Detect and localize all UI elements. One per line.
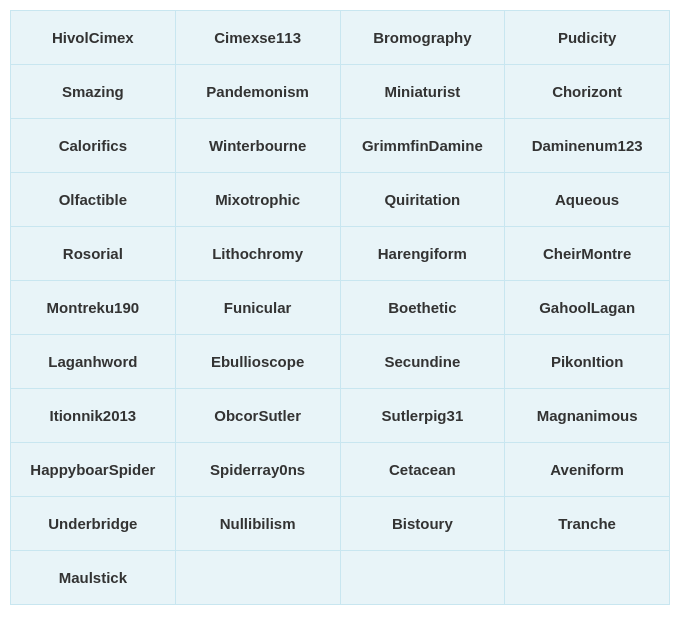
- grid-cell[interactable]: Itionnik2013: [11, 389, 176, 443]
- grid-cell[interactable]: HivolCimex: [11, 11, 176, 65]
- grid-cell[interactable]: CheirMontre: [505, 227, 670, 281]
- grid-cell[interactable]: Rosorial: [11, 227, 176, 281]
- grid-cell[interactable]: Aqueous: [505, 173, 670, 227]
- grid-cell[interactable]: Cimexse113: [176, 11, 341, 65]
- grid-cell[interactable]: Bistoury: [341, 497, 506, 551]
- grid-cell[interactable]: [176, 551, 341, 605]
- grid-cell[interactable]: Funicular: [176, 281, 341, 335]
- grid-cell[interactable]: GrimmfinDamine: [341, 119, 506, 173]
- grid-cell[interactable]: Calorifics: [11, 119, 176, 173]
- grid-cell[interactable]: HappyboarSpider: [11, 443, 176, 497]
- grid-cell[interactable]: Aveniform: [505, 443, 670, 497]
- grid-cell[interactable]: Daminenum123: [505, 119, 670, 173]
- grid-cell[interactable]: Laganhword: [11, 335, 176, 389]
- grid-cell[interactable]: Montreku190: [11, 281, 176, 335]
- grid-cell[interactable]: Underbridge: [11, 497, 176, 551]
- grid-cell[interactable]: Miniaturist: [341, 65, 506, 119]
- grid-cell[interactable]: Sutlerpig31: [341, 389, 506, 443]
- grid-cell[interactable]: Winterbourne: [176, 119, 341, 173]
- grid-cell[interactable]: Quiritation: [341, 173, 506, 227]
- grid-cell[interactable]: Magnanimous: [505, 389, 670, 443]
- grid-cell[interactable]: Maulstick: [11, 551, 176, 605]
- grid-cell[interactable]: GahoolLagan: [505, 281, 670, 335]
- grid-cell[interactable]: [505, 551, 670, 605]
- grid-cell[interactable]: Lithochromy: [176, 227, 341, 281]
- grid-cell[interactable]: Pudicity: [505, 11, 670, 65]
- grid-cell[interactable]: Ebullioscope: [176, 335, 341, 389]
- grid-cell[interactable]: ObcorSutler: [176, 389, 341, 443]
- grid-cell[interactable]: Olfactible: [11, 173, 176, 227]
- grid-cell[interactable]: Boethetic: [341, 281, 506, 335]
- grid-cell[interactable]: Bromography: [341, 11, 506, 65]
- grid-cell[interactable]: Pandemonism: [176, 65, 341, 119]
- grid-cell[interactable]: Spiderray0ns: [176, 443, 341, 497]
- grid-cell[interactable]: Chorizont: [505, 65, 670, 119]
- grid-cell[interactable]: Smazing: [11, 65, 176, 119]
- grid-cell[interactable]: Cetacean: [341, 443, 506, 497]
- grid-cell[interactable]: Mixotrophic: [176, 173, 341, 227]
- grid-cell[interactable]: [341, 551, 506, 605]
- grid-cell[interactable]: Tranche: [505, 497, 670, 551]
- grid-cell[interactable]: Nullibilism: [176, 497, 341, 551]
- grid-cell[interactable]: PikonItion: [505, 335, 670, 389]
- grid-cell[interactable]: Secundine: [341, 335, 506, 389]
- grid-cell[interactable]: Harengiform: [341, 227, 506, 281]
- name-grid: HivolCimexCimexse113BromographyPudicityS…: [10, 10, 670, 605]
